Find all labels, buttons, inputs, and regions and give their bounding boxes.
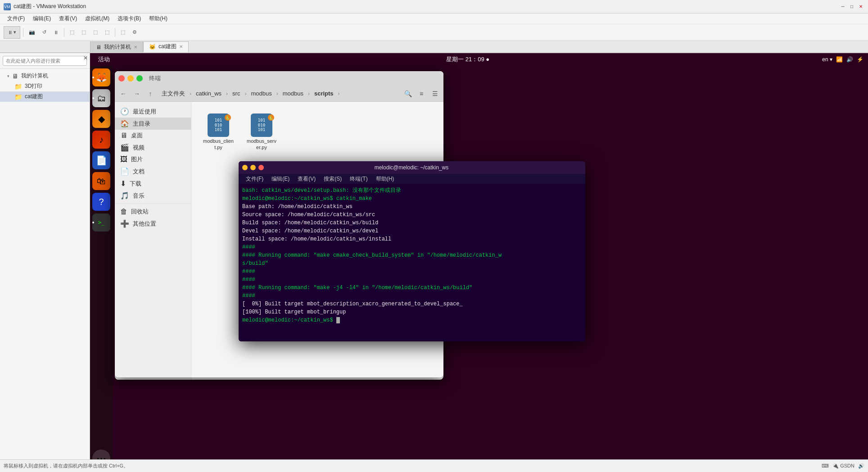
locale-button[interactable]: en ▾ xyxy=(822,56,832,63)
dock-files[interactable]: 🗂 xyxy=(92,89,110,107)
fm1-path-home[interactable]: 主文件夹 xyxy=(158,88,189,99)
sidebar-item-3dprint[interactable]: 📁 3D打印 xyxy=(0,81,90,91)
toolbar-separator-1 xyxy=(23,28,23,37)
fm1-sidebar-other[interactable]: ➕ 其他位置 xyxy=(115,218,191,230)
pause-arrow: ▾ xyxy=(14,29,16,35)
terminal-titlebar: melodic@melodic: ~/catkin_ws xyxy=(239,161,585,174)
close-button[interactable]: ✕ xyxy=(857,3,864,10)
snap-button[interactable]: 📷 xyxy=(26,26,38,39)
fm1-path-modbus1[interactable]: modbus xyxy=(247,89,275,98)
term-close-button[interactable] xyxy=(258,165,264,170)
fm1-sidebar-documents[interactable]: 📄 文档 xyxy=(115,165,191,177)
terminal-line: #### xyxy=(242,292,582,300)
menu-help[interactable]: 帮助(H) xyxy=(145,14,171,23)
fm1-path-scripts[interactable]: scripts xyxy=(311,89,337,98)
appstore-icon: 🛍 xyxy=(97,176,106,186)
tab-close-computer[interactable]: ✕ xyxy=(134,45,137,50)
fm1-sidebar-home[interactable]: 🏠 主目录 xyxy=(115,118,191,130)
fm1-back-button[interactable]: ← xyxy=(118,88,129,100)
term-menu-file[interactable]: 文件(F) xyxy=(242,175,267,183)
terminal-content[interactable]: bash: catkin_ws/devel/setup.bash: 没有那个文件… xyxy=(239,184,585,341)
fullscreen-button[interactable]: ⬚ xyxy=(67,26,77,39)
dock-firefox[interactable]: 🦊 xyxy=(92,68,110,86)
term-menu-edit[interactable]: 编辑(E) xyxy=(268,175,293,183)
term-menu-help[interactable]: 帮助(H) xyxy=(372,175,398,183)
fm1-view-toggle[interactable]: ≡ xyxy=(416,88,427,100)
fm1-file-modbus-client[interactable]: 🐍 101010101 modbus_client.py xyxy=(200,111,236,154)
fm1-video-label: 视频 xyxy=(133,144,145,152)
fm1-sidebar-music[interactable]: 🎵 音乐 xyxy=(115,190,191,202)
sidebar-tree: ▾ 🖥 我的计算机 📁 3D打印 📁 cat建图 xyxy=(0,69,90,472)
fm1-other-label: 其他位置 xyxy=(133,220,156,228)
term-menu-view[interactable]: 查看(V) xyxy=(294,175,319,183)
dock-help[interactable]: ? xyxy=(92,193,110,211)
tab-cat[interactable]: 🐱 cat建图 ✕ xyxy=(143,41,189,52)
dock-doc[interactable]: 📄 xyxy=(92,151,110,169)
fm1-controls xyxy=(118,75,143,82)
view-button[interactable]: ⬚ xyxy=(90,26,100,39)
term-middle-button[interactable] xyxy=(250,165,256,170)
tab-icon-cat: 🐱 xyxy=(149,44,156,50)
suspend-button[interactable]: ⏸ xyxy=(51,26,61,39)
fm1-toolbar-right: 🔍 ≡ ☰ xyxy=(402,88,441,100)
fm1-path-src[interactable]: src xyxy=(229,89,244,98)
terminal-title: melodic@melodic: ~/catkin_ws xyxy=(267,164,556,171)
fm1-path-modbus2[interactable]: modbus xyxy=(279,89,307,98)
menu-file[interactable]: 文件(F) xyxy=(4,14,28,23)
window-controls: ─ □ ✕ xyxy=(839,3,864,10)
fm1-search-button[interactable]: 🔍 xyxy=(402,88,414,100)
fm1-up-button[interactable]: ↑ xyxy=(145,88,156,100)
sidebar-close-button[interactable]: ✕ xyxy=(83,55,88,61)
menu-vm[interactable]: 虚拟机(M) xyxy=(81,14,113,23)
fm1-file-modbus-server[interactable]: 🐍 101010101 modbus_server.py xyxy=(244,111,280,154)
fm1-other-icon: ➕ xyxy=(120,219,129,228)
terminal-window[interactable]: melodic@melodic: ~/catkin_ws 文件(F) 编辑(E)… xyxy=(239,161,585,341)
menu-edit[interactable]: 编辑(E) xyxy=(29,14,54,23)
term-menu-terminal[interactable]: 终端(T) xyxy=(346,175,371,183)
fm1-close-button[interactable] xyxy=(118,75,125,82)
unity-button[interactable]: ⬚ xyxy=(79,26,89,39)
ubuntu-vm[interactable]: 活动 星期一 21：09 ● en ▾ 📶 🔊 ⚡ 🦊 🗂 ◆ ♪ 📄 🛍 xyxy=(90,53,868,472)
sidebar-item-my-computer[interactable]: ▾ 🖥 我的计算机 xyxy=(0,71,90,81)
dock-inkscape[interactable]: ◆ xyxy=(92,110,110,128)
fm1-sidebar-pictures[interactable]: 🖼 图片 xyxy=(115,154,191,165)
fm1-maximize-button[interactable] xyxy=(136,75,143,82)
extra-button[interactable]: ⬚ xyxy=(118,26,128,39)
fm1-trash-label: 回收站 xyxy=(131,208,149,216)
dock-appstore[interactable]: 🛍 xyxy=(92,172,110,190)
toolbar-separator-2 xyxy=(64,28,64,37)
maximize-button[interactable]: □ xyxy=(848,3,855,10)
tab-my-computer[interactable]: 🖥 我的计算机 ✕ xyxy=(90,41,143,52)
pause-button[interactable]: ⏸ ▾ xyxy=(4,26,20,39)
fm1-sidebar-recent[interactable]: 🕐 最近使用 xyxy=(115,105,191,118)
fm1-toolbar: ← → ↑ 主文件夹 › catkin_ws › src › modbus › … xyxy=(115,86,443,102)
fm1-minimize-button[interactable] xyxy=(127,75,134,82)
fm1-menu-button[interactable]: ☰ xyxy=(429,88,441,100)
sidebar-search-input[interactable] xyxy=(3,56,87,66)
dock-music[interactable]: ♪ xyxy=(92,131,110,149)
fm1-path-catkin[interactable]: catkin_ws xyxy=(192,89,225,98)
toolbar-separator-3 xyxy=(115,28,115,37)
menu-view[interactable]: 查看(V) xyxy=(55,14,81,23)
term-menu-search[interactable]: 搜索(S) xyxy=(320,175,345,183)
minimize-button[interactable]: ─ xyxy=(839,3,846,10)
term-minimize-button[interactable] xyxy=(242,165,248,170)
revert-button[interactable]: ↺ xyxy=(40,26,49,39)
fm1-titlebar: 终端 xyxy=(115,71,443,86)
activities-button[interactable]: 活动 xyxy=(95,55,113,64)
fm1-sidebar-trash[interactable]: 🗑 回收站 xyxy=(115,206,191,218)
tab-close-cat[interactable]: ✕ xyxy=(179,44,183,49)
menu-tab[interactable]: 选项卡(B) xyxy=(114,14,145,23)
fm1-sidebar-video[interactable]: 🎬 视频 xyxy=(115,141,191,154)
fm1-sidebar-sep xyxy=(115,204,191,204)
fm1-documents-label: 文档 xyxy=(133,168,145,176)
dock-terminal[interactable]: >_ xyxy=(92,213,110,231)
tree-arrow-computer: ▾ xyxy=(7,74,9,78)
fm1-forward-button[interactable]: → xyxy=(131,88,143,100)
settings-button[interactable]: ⚙ xyxy=(130,26,140,39)
scale-button[interactable]: ⬚ xyxy=(102,26,112,39)
fm1-sidebar-downloads[interactable]: ⬇ 下载 xyxy=(115,177,191,190)
terminal-line: #### Running command: "make -j4 -l4" in … xyxy=(242,284,582,292)
fm1-sidebar-desktop[interactable]: 🖥 桌面 xyxy=(115,130,191,141)
sidebar-item-cat[interactable]: 📁 cat建图 xyxy=(0,91,90,102)
